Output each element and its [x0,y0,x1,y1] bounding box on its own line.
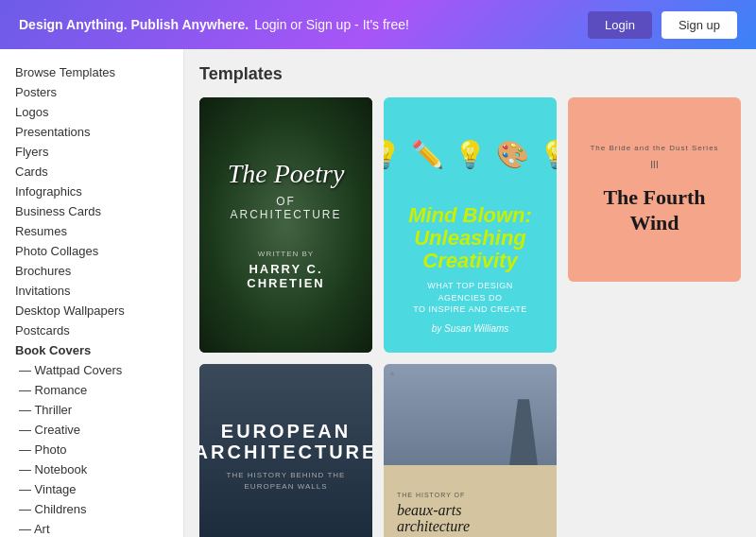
mindblown-author: by Susan Williams [403,323,538,334]
template-card-poetry[interactable]: The Poetry OF ARCHITECTURE WRITTEN BY HA… [199,97,372,353]
beaux-sky: ▲ [388,369,396,377]
sidebar-item[interactable]: Postcards [15,320,168,340]
doodle-1: 💡 [384,139,402,170]
sidebar-item[interactable]: Logos [15,102,168,122]
beaux-title: beaux-artsarchitecture [397,502,470,535]
sidebar-item[interactable]: — Photo [15,440,168,459]
signup-button[interactable]: Sign up [662,11,737,39]
template-card-fourthwind[interactable]: The Bride and the Dust Series III The Fo… [568,97,741,282]
doodle-2: ✏️ [411,139,444,170]
sidebar-item[interactable]: — Wattpad Covers [15,360,168,380]
tagline-bold: Design Anything. Publish Anywhere. [19,17,249,32]
sidebar-item[interactable]: Presentations [15,122,168,142]
mindblown-subtitle: WHAT TOP DESIGN AGENCIES DOTO INSPIRE AN… [403,280,538,316]
beaux-image-top: ▲ [384,364,557,465]
poetry-written-by: WRITTEN BY [218,250,353,258]
header-tagline: Design Anything. Publish Anywhere. Login… [19,17,409,32]
sidebar-item[interactable]: Browse Templates [15,62,168,82]
sidebar-item[interactable]: Desktop Wallpapers [15,301,168,320]
login-button[interactable]: Login [588,11,652,39]
sidebar-item[interactable]: Posters [15,82,168,102]
doodle-5: 💡 [539,139,557,170]
sidebar-item[interactable]: Invitations [15,281,168,301]
mindblown-content: Mind Blown:UnleashingCreativity WHAT TOP… [403,204,538,334]
poetry-author: HARRY C. CHRETIEN [218,262,353,290]
beaux-history-label: THE HISTORY OF [397,492,470,498]
poetry-subtitle: OF ARCHITECTURE [218,195,353,221]
sidebar-item[interactable]: Brochures [15,261,168,281]
doodle-4: 🎨 [496,139,529,170]
sidebar-item[interactable]: — Romance [15,380,168,400]
fourthwind-series: The Bride and the Dust Series [590,144,718,152]
fourthwind-title: The FourthWind [603,185,705,235]
sidebar-item[interactable]: Photo Collages [15,241,168,261]
sidebar-item[interactable]: Book Covers [15,340,168,360]
sidebar-item[interactable]: Resumes [15,221,168,241]
sidebar-item[interactable]: Business Cards [15,201,168,221]
sidebar: Browse TemplatesPostersLogosPresentation… [0,49,184,537]
main-layout: Browse TemplatesPostersLogosPresentation… [0,49,756,537]
sidebar-item[interactable]: — Notebook [15,459,168,479]
sidebar-item[interactable]: — Childrens [15,499,168,519]
fourthwind-number: III [650,160,658,170]
doodle-3: 💡 [454,139,487,170]
templates-area: Templates The Poetry OF ARCHITECTURE WRI… [184,49,756,537]
poetry-title: The Poetry [218,160,353,189]
sidebar-item[interactable]: Infographics [15,182,168,201]
sidebar-item[interactable]: — Thriller [15,400,168,420]
sidebar-item[interactable]: — Creative [15,420,168,440]
header: Design Anything. Publish Anywhere. Login… [0,0,756,49]
sidebar-item[interactable]: Cards [15,162,168,182]
european-subtitle: THE HISTORY BEHIND THEEUROPEAN WALLS [199,470,372,493]
beaux-content: THE HISTORY OF beaux-artsarchitecture [397,492,470,535]
header-buttons: Login Sign up [588,11,737,39]
mindblown-doodles: 💡 ✏️ 💡 🎨 💡 [384,97,557,213]
template-card-mindblown[interactable]: 💡 ✏️ 💡 🎨 💡 Mind Blown:UnleashingCreativi… [384,97,557,353]
mindblown-title: Mind Blown:UnleashingCreativity [403,204,538,273]
sidebar-item[interactable]: — Vintage [15,479,168,499]
template-card-beaux[interactable]: ▲ THE HISTORY OF beaux-artsarchitecture [384,364,557,537]
european-title: EUROPEANARCHITECTURE [199,421,372,462]
sidebar-item[interactable]: Flyers [15,142,168,162]
beaux-building [509,399,538,465]
template-card-european[interactable]: EUROPEANARCHITECTURE THE HISTORY BEHIND … [199,364,372,537]
tagline-rest: Login or Sign up - It's free! [254,17,409,32]
templates-grid: The Poetry OF ARCHITECTURE WRITTEN BY HA… [199,97,741,537]
sidebar-item[interactable]: — Art [15,519,168,537]
templates-heading: Templates [199,64,741,84]
european-content: EUROPEANARCHITECTURE THE HISTORY BEHIND … [199,421,372,493]
